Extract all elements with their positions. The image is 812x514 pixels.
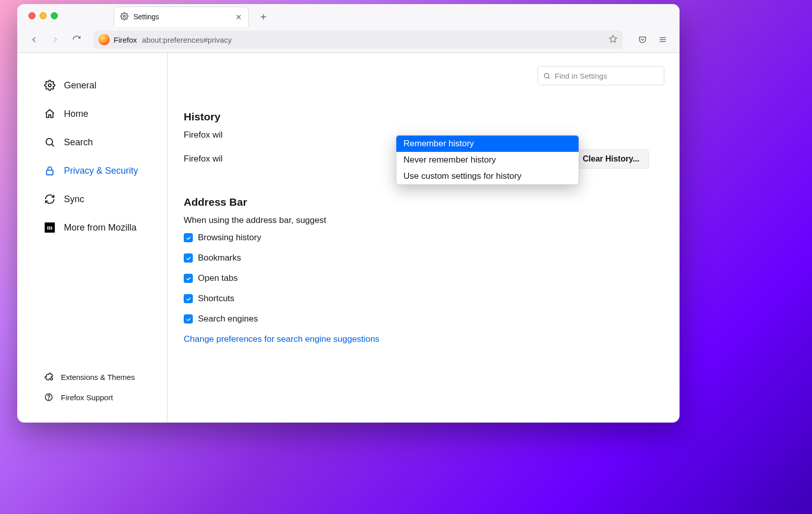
clear-history-label: Clear History...	[583, 154, 639, 163]
sidebar-item-general[interactable]: General	[44, 71, 154, 100]
change-search-suggestions-link[interactable]: Change preferences for search engine sug…	[184, 334, 649, 344]
check-search-engines[interactable]: Search engines	[184, 314, 649, 324]
puzzle-icon	[44, 372, 54, 382]
search-icon	[44, 136, 56, 148]
checkbox-icon	[184, 253, 193, 263]
sidebar-item-privacy[interactable]: Privacy & Security	[44, 156, 154, 185]
check-shortcuts[interactable]: Shortcuts	[184, 294, 649, 304]
check-label: Bookmarks	[198, 253, 241, 263]
reload-button[interactable]	[68, 31, 85, 48]
check-label: Open tabs	[198, 273, 238, 283]
addressbar-subhead: When using the address bar, suggest	[184, 215, 649, 226]
search-icon	[543, 72, 551, 80]
url-text: about:preferences#privacy	[142, 36, 232, 44]
help-icon	[44, 392, 54, 402]
sidebar-item-sync[interactable]: Sync	[44, 185, 154, 213]
sidebar-item-home[interactable]: Home	[44, 100, 154, 128]
addressbar-heading: Address Bar	[184, 196, 649, 208]
sync-icon	[44, 193, 56, 205]
close-tab-icon[interactable]: ✕	[235, 13, 242, 21]
sidebar-item-label: More from Mozilla	[64, 222, 137, 233]
sidebar-item-search[interactable]: Search	[44, 128, 154, 156]
close-window-button[interactable]	[28, 12, 36, 19]
checkbox-icon	[184, 294, 193, 303]
back-button[interactable]	[25, 31, 43, 48]
content-area: General Home Search Privacy & Security S…	[17, 53, 680, 423]
url-bar[interactable]: Firefox about:preferences#privacy	[93, 30, 623, 49]
checkbox-icon	[184, 233, 193, 242]
check-bookmarks[interactable]: Bookmarks	[184, 253, 649, 263]
tab-title: Settings	[133, 13, 159, 21]
settings-main: Find in Settings History Firefox wil Fir…	[167, 53, 680, 423]
history-heading: History	[184, 111, 649, 123]
gear-icon	[44, 79, 56, 91]
window-controls	[28, 12, 58, 19]
browser-window: Settings ✕ ＋ Firefox about:preferences#p…	[17, 4, 680, 423]
url-brand: Firefox	[114, 36, 137, 44]
home-icon	[44, 108, 56, 120]
sidebar-extensions-link[interactable]: Extensions & Themes	[44, 367, 154, 387]
svg-point-2	[46, 139, 53, 145]
browser-tab[interactable]: Settings ✕	[114, 7, 249, 26]
checkbox-icon	[184, 314, 193, 324]
dropdown-option-remember[interactable]: Remember history	[396, 136, 579, 152]
toolbar-right	[634, 31, 671, 48]
mozilla-icon: m	[44, 221, 56, 234]
sidebar-support-label: Firefox Support	[61, 393, 113, 402]
checkbox-icon	[184, 274, 193, 283]
history-mode-dropdown: Remember history Never remember history …	[396, 135, 579, 185]
dropdown-option-never[interactable]: Never remember history	[396, 152, 579, 168]
settings-sidebar: General Home Search Privacy & Security S…	[17, 53, 167, 423]
sidebar-extensions-label: Extensions & Themes	[61, 373, 135, 381]
svg-point-0	[123, 15, 125, 17]
sidebar-item-more-mozilla[interactable]: m More from Mozilla	[44, 213, 154, 242]
settings-search-input[interactable]: Find in Settings	[537, 66, 664, 85]
svg-point-1	[48, 84, 51, 87]
toolbar: Firefox about:preferences#privacy	[17, 27, 680, 53]
sidebar-item-label: Privacy & Security	[64, 166, 138, 176]
firefox-icon	[98, 34, 110, 45]
check-browsing-history[interactable]: Browsing history	[184, 233, 649, 243]
history-line-2-prefix: Firefox wil	[184, 154, 223, 164]
check-label: Browsing history	[198, 233, 261, 243]
new-tab-button[interactable]: ＋	[256, 9, 271, 24]
minimize-window-button[interactable]	[40, 12, 47, 19]
sidebar-item-label: Sync	[64, 194, 84, 205]
svg-point-6	[545, 73, 549, 78]
sidebar-item-label: Search	[64, 137, 93, 148]
menu-icon[interactable]	[654, 31, 671, 48]
gear-icon	[120, 12, 128, 22]
check-label: Search engines	[198, 314, 258, 324]
clear-history-button[interactable]: Clear History...	[573, 149, 649, 169]
forward-button[interactable]	[47, 31, 64, 48]
check-label: Shortcuts	[198, 294, 234, 304]
svg-rect-3	[47, 170, 53, 175]
dropdown-option-custom[interactable]: Use custom settings for history	[396, 168, 579, 184]
check-open-tabs[interactable]: Open tabs	[184, 273, 649, 283]
sidebar-support-link[interactable]: Firefox Support	[44, 387, 154, 407]
settings-search-placeholder: Find in Settings	[555, 72, 607, 80]
svg-point-5	[49, 399, 49, 399]
zoom-window-button[interactable]	[51, 12, 58, 19]
sidebar-item-label: General	[64, 80, 96, 91]
tab-strip: Settings ✕ ＋	[17, 4, 680, 27]
lock-icon	[44, 165, 56, 177]
pocket-icon[interactable]	[634, 31, 651, 48]
sidebar-item-label: Home	[64, 109, 88, 119]
bookmark-star-icon[interactable]	[608, 35, 618, 45]
